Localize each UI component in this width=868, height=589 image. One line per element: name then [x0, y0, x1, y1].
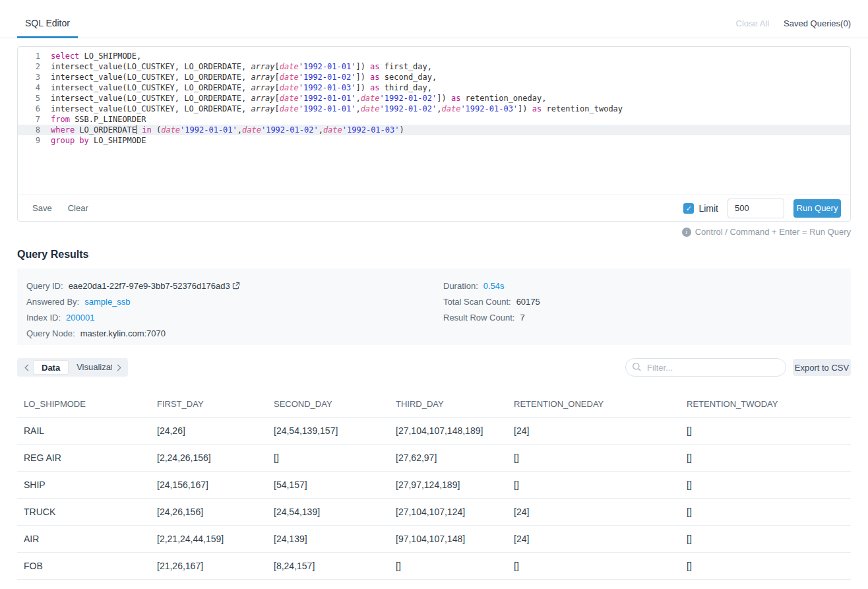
table-row: MAIL[2,24][24,54][27][][] — [17, 580, 851, 589]
table-cell: [24,26,156] — [150, 507, 267, 517]
table-cell: [27,97,124,189] — [389, 480, 507, 490]
editor-toolbar: Save Clear ✓ Limit Run Query — [18, 195, 850, 221]
view-tabs: Data Visualization — [17, 358, 128, 377]
export-csv-button[interactable]: Export to CSV — [793, 359, 851, 376]
run-query-button[interactable]: Run Query — [793, 199, 841, 218]
line-number: 1 — [18, 51, 47, 61]
table-cell: [] — [680, 452, 851, 463]
table-cell: [24,54,139] — [267, 507, 389, 517]
table-cell: [24,156,167] — [150, 480, 267, 490]
tabbar-actions: Close All Saved Queries(0) — [736, 18, 851, 38]
query-id-label: Query ID: — [26, 281, 63, 291]
code-line-9[interactable]: 9group by LO_SHIPMODE — [18, 135, 850, 146]
row-count-value: 7 — [520, 313, 524, 323]
tab-sql-editor[interactable]: SQL Editor — [17, 18, 78, 38]
table-row: SHIP[24,156,167][54,157][27,97,124,189][… — [17, 472, 851, 499]
table-header-row: LO_SHIPMODEFIRST_DAYSECOND_DAYTHIRD_DAYR… — [17, 391, 851, 418]
line-number: 2 — [18, 61, 47, 72]
table-cell: SHIP — [17, 480, 150, 490]
code-line-2[interactable]: 2intersect_value(LO_CUSTKEY, LO_ORDERDAT… — [18, 61, 850, 72]
code-area[interactable]: 1select LO_SHIPMODE,2intersect_value(LO_… — [18, 47, 850, 195]
column-header: RETENTION_TWODAY — [680, 399, 851, 409]
results-table: LO_SHIPMODEFIRST_DAYSECOND_DAYTHIRD_DAYR… — [17, 391, 851, 589]
table-cell: [2,24,26,156] — [150, 452, 267, 463]
table-cell: [24,139] — [267, 534, 389, 544]
code-line-1[interactable]: 1select LO_SHIPMODE, — [18, 51, 850, 61]
run-hint-row: i Control / Command + Enter = Run Query — [17, 227, 851, 237]
code-line-5[interactable]: 5intersect_value(LO_CUSTKEY, LO_ORDERDAT… — [18, 93, 850, 104]
table-cell: [] — [680, 507, 851, 517]
table-cell: [24,54,139,157] — [267, 425, 389, 436]
editor-tabbar: SQL Editor Close All Saved Queries(0) — [0, 0, 868, 38]
column-header: SECOND_DAY — [267, 399, 389, 409]
code-line-7[interactable]: 7from SSB.P_LINEORDER — [18, 114, 850, 125]
code-line-3[interactable]: 3intersect_value(LO_CUSTKEY, LO_ORDERDAT… — [18, 72, 850, 82]
duration-label: Duration: — [443, 281, 478, 291]
tab-sql-editor-label: SQL Editor — [25, 18, 70, 28]
info-icon: i — [682, 228, 691, 237]
external-link-icon[interactable] — [232, 282, 240, 290]
line-number: 9 — [18, 135, 47, 146]
query-node-label: Query Node: — [26, 328, 75, 338]
column-header: LO_SHIPMODE — [17, 399, 150, 409]
table-cell: RAIL — [17, 425, 150, 436]
total-scan-label: Total Scan Count: — [443, 297, 511, 307]
close-all-button[interactable]: Close All — [736, 18, 770, 28]
table-cell: [27,104,107,148,189] — [389, 425, 507, 436]
table-cell: [] — [680, 480, 851, 490]
table-row: TRUCK[24,26,156][24,54,139][27,104,107,1… — [17, 499, 851, 526]
saved-queries-button[interactable]: Saved Queries(0) — [784, 18, 851, 28]
index-id-label: Index ID: — [26, 313, 61, 323]
table-cell: [2,21,24,44,159] — [150, 534, 267, 544]
row-count-label: Result Row Count: — [443, 313, 514, 323]
table-cell: TRUCK — [17, 507, 150, 517]
answered-by-label: Answered By: — [26, 297, 79, 307]
table-cell: [] — [680, 534, 851, 544]
search-icon — [632, 362, 642, 375]
sql-editor-page: SQL Editor Close All Saved Queries(0) 1s… — [0, 0, 868, 589]
table-cell: [21,26,167] — [150, 561, 267, 571]
filter-input[interactable] — [625, 358, 786, 377]
table-cell: [8,24,157] — [267, 561, 389, 571]
tab-visualization[interactable]: Visualization — [69, 360, 112, 375]
table-cell: AIR — [17, 534, 150, 544]
line-number: 8 — [18, 125, 47, 135]
table-cell: [] — [507, 480, 680, 490]
total-scan-value: 60175 — [516, 297, 540, 307]
prev-tab-button[interactable] — [20, 358, 33, 377]
line-number: 7 — [18, 114, 47, 125]
table-cell: FOB — [17, 561, 150, 571]
line-number: 4 — [18, 82, 47, 93]
table-cell: [24,26] — [150, 425, 267, 436]
code-line-8[interactable]: 8where LO_ORDERDATE in (date'1992-01-01'… — [18, 125, 850, 135]
table-cell: [] — [507, 452, 680, 463]
index-id-link[interactable]: 200001 — [66, 313, 94, 323]
sql-editor-panel: 1select LO_SHIPMODE,2intersect_value(LO_… — [17, 46, 851, 222]
line-number: 5 — [18, 93, 47, 104]
query-id-value: eae20da1-22f7-97e9-3bb7-52376d176ad3 — [69, 281, 230, 291]
table-cell: [27,62,97] — [389, 452, 507, 463]
code-line-4[interactable]: 4intersect_value(LO_CUSTKEY, LO_ORDERDAT… — [18, 82, 850, 93]
table-cell: [24] — [507, 425, 680, 436]
table-cell: [] — [267, 452, 389, 463]
table-cell: [24] — [507, 534, 680, 544]
answered-by-link[interactable]: sample_ssb — [84, 297, 130, 307]
save-button[interactable]: Save — [32, 203, 52, 213]
tab-data[interactable]: Data — [33, 360, 69, 375]
query-results-title: Query Results — [17, 249, 851, 261]
clear-button[interactable]: Clear — [68, 203, 88, 213]
line-number: 6 — [18, 104, 47, 114]
table-cell: REG AIR — [17, 452, 150, 463]
table-row: FOB[21,26,167][8,24,157][][][] — [17, 553, 851, 580]
table-cell: [] — [507, 561, 680, 571]
limit-checkbox[interactable]: ✓ — [683, 203, 694, 214]
table-row: REG AIR[2,24,26,156][][27,62,97][][] — [17, 445, 851, 472]
code-line-6[interactable]: 6intersect_value(LO_CUSTKEY, LO_ORDERDAT… — [18, 104, 850, 114]
duration-value[interactable]: 0.54s — [483, 281, 505, 291]
query-node-value: master.kylin.com:7070 — [80, 328, 166, 338]
limit-input[interactable] — [728, 199, 784, 218]
next-tab-button[interactable] — [112, 358, 125, 377]
table-row: RAIL[24,26][24,54,139,157][27,104,107,14… — [17, 418, 851, 445]
limit-label: Limit — [698, 203, 718, 214]
table-cell: [27,104,107,124] — [389, 507, 507, 517]
